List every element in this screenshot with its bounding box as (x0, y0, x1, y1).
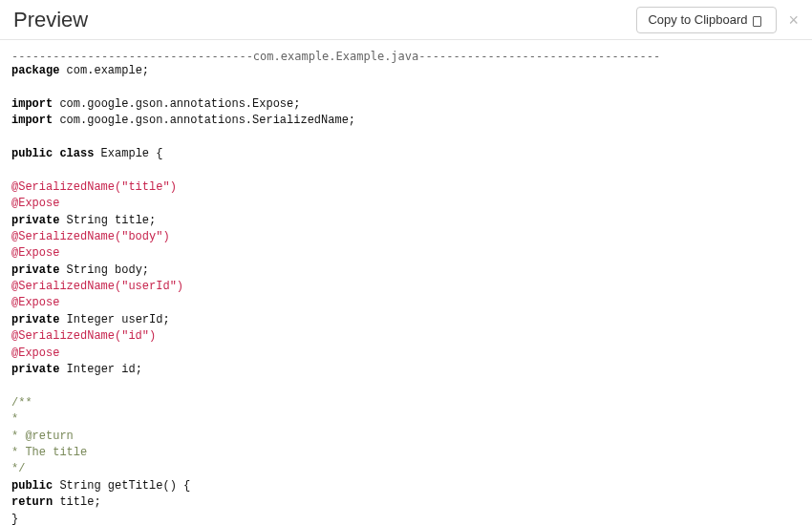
code-line (11, 378, 801, 394)
code-line: private Integer userId; (11, 312, 801, 328)
code-line (11, 162, 801, 178)
code-token-ann: @SerializedName("id") (11, 329, 156, 343)
code-token-kw: private (11, 363, 59, 376)
code-token-ann: @SerializedName("body") (11, 230, 170, 243)
code-line: import com.google.gson.annotations.Expos… (11, 96, 801, 113)
code-line: private Integer id; (11, 362, 801, 378)
copy-button-label: Copy to Clipboard (648, 13, 747, 26)
code-token-pl: com.google.gson.annotations.Expose; (53, 97, 300, 111)
code-line (11, 130, 801, 146)
code-token-pl: Integer id; (59, 363, 141, 376)
code-line: @SerializedName("userId") (11, 279, 801, 295)
close-icon[interactable]: × (788, 11, 799, 29)
modal-header: Preview Copy to Clipboard × (0, 0, 812, 40)
code-line: @SerializedName("body") (11, 229, 801, 245)
code-token-pl: String title; (59, 214, 156, 227)
code-line: * The title (11, 445, 801, 461)
code-token-pl: String body; (59, 263, 149, 277)
code-token-kw: package (11, 64, 59, 77)
code-token-jdoc: */ (11, 462, 25, 475)
code-line: @Expose (11, 346, 801, 362)
code-token-kw: private (11, 263, 59, 277)
code-token-pl: Example { (94, 147, 162, 160)
code-line: import com.google.gson.annotations.Seria… (11, 113, 801, 129)
modal-body[interactable]: -----------------------------------com.e… (0, 40, 812, 525)
clipboard-icon (753, 13, 765, 27)
code-token-jdoc: * @return (11, 430, 74, 443)
code-line: /** (11, 395, 801, 411)
code-token-kw: return (11, 495, 53, 509)
code-token-ann: @Expose (11, 296, 59, 309)
copy-to-clipboard-button[interactable]: Copy to Clipboard (636, 7, 777, 33)
code-line: package com.example; (11, 63, 801, 79)
code-line: public class Example { (11, 146, 801, 162)
file-divider: -----------------------------------com.e… (11, 50, 801, 63)
code-line: public String getTitle() { (11, 478, 801, 494)
code-token-pl: com.google.gson.annotations.SerializedNa… (53, 114, 355, 127)
header-actions: Copy to Clipboard × (636, 7, 799, 33)
code-token-pl: Integer userId; (59, 313, 169, 326)
code-line: } (11, 512, 801, 525)
code-token-ann: @SerializedName("userId") (11, 280, 183, 293)
modal-title: Preview (13, 8, 88, 32)
code-line: @SerializedName("title") (11, 179, 801, 196)
code-token-kw: public class (11, 147, 94, 160)
code-token-kw: private (11, 313, 59, 326)
code-line: private String body; (11, 262, 801, 279)
code-line: return title; (11, 494, 801, 511)
code-token-kw: public (11, 479, 53, 493)
code-token-kw: import (11, 114, 53, 127)
code-token-pl: String getTitle() { (53, 479, 190, 493)
code-token-jdoc: * The title (11, 446, 87, 459)
code-token-ann: @Expose (11, 246, 59, 260)
code-token-pl: } (11, 513, 18, 525)
code-line: */ (11, 461, 801, 477)
code-token-ann: @Expose (11, 346, 59, 360)
code-token-kw: private (11, 214, 59, 227)
code-token-pl: com.example; (59, 64, 149, 77)
code-line: @Expose (11, 295, 801, 311)
code-token-kw: import (11, 97, 53, 111)
code-token-ann: @Expose (11, 197, 59, 210)
code-preview: package com.example; import com.google.g… (11, 63, 801, 525)
code-line: * (11, 411, 801, 428)
code-token-ann: @SerializedName("title") (11, 180, 177, 194)
code-line: @Expose (11, 196, 801, 212)
code-line: @SerializedName("id") (11, 328, 801, 345)
code-line (11, 79, 801, 95)
code-token-jdoc: /** (11, 396, 32, 410)
code-line: * @return (11, 429, 801, 445)
code-line: @Expose (11, 245, 801, 262)
code-token-jdoc: * (11, 412, 18, 426)
code-token-pl: title; (53, 495, 100, 509)
code-line: private String title; (11, 213, 801, 229)
